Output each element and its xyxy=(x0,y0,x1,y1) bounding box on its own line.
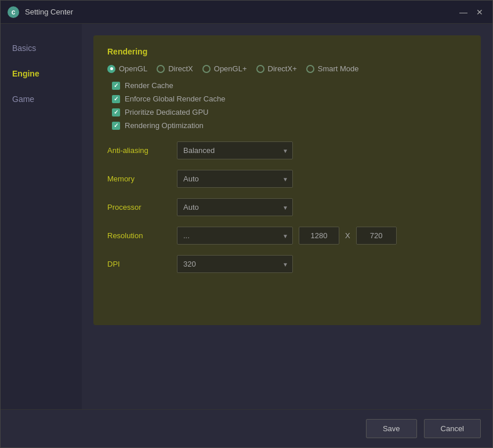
radio-label-smartmode: Smart Mode xyxy=(318,64,359,73)
title-bar: c Setting Center — ✕ xyxy=(1,1,492,24)
main-panel: Rendering OpenGL DirectX OpenGL+ xyxy=(82,24,492,409)
radio-directx[interactable]: DirectX xyxy=(157,64,193,73)
resolution-width-input[interactable] xyxy=(299,227,339,245)
resolution-row: ... 800x600 1280x720 1920x1080 ▼ X xyxy=(177,227,397,245)
radio-circle-smartmode xyxy=(306,65,314,73)
sidebar: Basics Engine Game xyxy=(1,24,82,409)
label-resolution: Resolution xyxy=(107,231,177,240)
sidebar-item-game[interactable]: Game xyxy=(1,86,82,112)
radio-directxplus[interactable]: DirectX+ xyxy=(256,64,297,73)
checkbox-label-enforce-global: Enforce Global Render Cache xyxy=(125,94,225,103)
select-memory[interactable]: Auto Low Medium High xyxy=(177,170,293,188)
form-row-processor: Processor Auto 1 Core 2 Cores 4 Cores ▼ xyxy=(107,198,467,216)
label-memory: Memory xyxy=(107,174,177,183)
sidebar-item-basics[interactable]: Basics xyxy=(1,35,82,61)
app-icon: c xyxy=(8,6,19,18)
checkbox-label-rendering-opt: Rendering Optimization xyxy=(125,121,204,130)
resolution-height-input[interactable] xyxy=(356,227,397,245)
checkbox-box-render-cache xyxy=(112,82,120,90)
label-processor: Processor xyxy=(107,203,177,212)
form-row-resolution: Resolution ... 800x600 1280x720 1920x108… xyxy=(107,227,467,245)
checkbox-group: Render Cache Enforce Global Render Cache… xyxy=(107,81,467,130)
form-row-memory: Memory Auto Low Medium High ▼ xyxy=(107,170,467,188)
label-anti-aliasing: Anti-aliasing xyxy=(107,146,177,155)
select-wrapper-anti-aliasing: Balanced Low Medium High Ultra ▼ xyxy=(177,141,293,159)
checkbox-box-enforce-global xyxy=(112,95,120,103)
select-wrapper-resolution: ... 800x600 1280x720 1920x1080 ▼ xyxy=(177,227,293,245)
radio-label-opengl: OpenGL xyxy=(119,64,147,73)
form-row-dpi: DPI 160 240 320 400 480 ▼ xyxy=(107,255,467,273)
content-area: Basics Engine Game Rendering OpenGL xyxy=(1,24,492,409)
radio-circle-directxplus xyxy=(256,65,264,73)
radio-circle-directx xyxy=(157,65,165,73)
checkbox-render-cache[interactable]: Render Cache xyxy=(112,81,467,90)
select-wrapper-processor: Auto 1 Core 2 Cores 4 Cores ▼ xyxy=(177,198,293,216)
window-title: Setting Center xyxy=(25,8,458,16)
cancel-button[interactable]: Cancel xyxy=(424,419,481,438)
select-wrapper-dpi: 160 240 320 400 480 ▼ xyxy=(177,255,293,273)
checkbox-box-rendering-opt xyxy=(112,122,120,130)
checkbox-prioritize-gpu[interactable]: Prioritize Dedicated GPU xyxy=(112,108,467,116)
checkbox-box-prioritize-gpu xyxy=(112,108,120,116)
checkbox-label-prioritize-gpu: Prioritize Dedicated GPU xyxy=(125,108,209,116)
checkbox-enforce-global[interactable]: Enforce Global Render Cache xyxy=(112,94,467,103)
settings-panel: Rendering OpenGL DirectX OpenGL+ xyxy=(93,35,481,325)
main-window: c Setting Center — ✕ Basics Engine Game … xyxy=(0,0,493,448)
select-wrapper-memory: Auto Low Medium High ▼ xyxy=(177,170,293,188)
radio-smartmode[interactable]: Smart Mode xyxy=(306,64,359,73)
select-resolution[interactable]: ... 800x600 1280x720 1920x1080 xyxy=(177,227,293,245)
select-processor[interactable]: Auto 1 Core 2 Cores 4 Cores xyxy=(177,198,293,216)
select-dpi[interactable]: 160 240 320 400 480 xyxy=(177,255,293,273)
sidebar-item-engine[interactable]: Engine xyxy=(1,61,82,86)
footer: Save Cancel xyxy=(1,409,492,447)
radio-label-directxplus: DirectX+ xyxy=(268,64,297,73)
radio-label-directx: DirectX xyxy=(168,64,193,73)
checkbox-label-render-cache: Render Cache xyxy=(125,81,173,90)
save-button[interactable]: Save xyxy=(366,419,417,438)
close-button[interactable]: ✕ xyxy=(474,6,485,18)
radio-label-openglplus: OpenGL+ xyxy=(214,64,247,73)
resolution-x-separator: X xyxy=(345,231,350,240)
radio-opengl[interactable]: OpenGL xyxy=(107,64,147,73)
checkbox-rendering-opt[interactable]: Rendering Optimization xyxy=(112,121,467,130)
window-controls: — ✕ xyxy=(458,6,485,18)
minimize-button[interactable]: — xyxy=(458,6,469,18)
radio-openglplus[interactable]: OpenGL+ xyxy=(202,64,247,73)
form-row-anti-aliasing: Anti-aliasing Balanced Low Medium High U… xyxy=(107,141,467,159)
label-dpi: DPI xyxy=(107,260,177,268)
rendering-section-title: Rendering xyxy=(107,47,467,56)
radio-circle-opengl xyxy=(107,65,115,73)
rendering-mode-group: OpenGL DirectX OpenGL+ DirectX+ xyxy=(107,64,467,73)
select-anti-aliasing[interactable]: Balanced Low Medium High Ultra xyxy=(177,141,293,159)
radio-circle-openglplus xyxy=(202,65,211,73)
